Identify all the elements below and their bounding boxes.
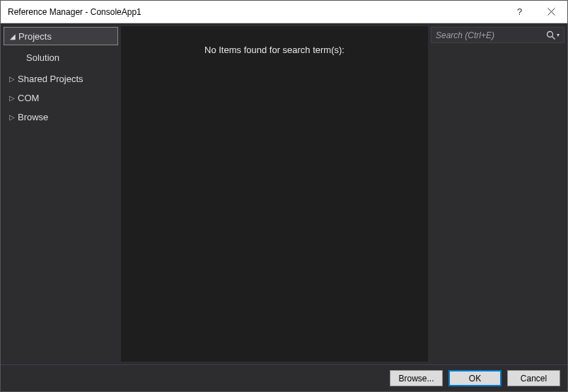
svg-line-1 bbox=[548, 8, 555, 16]
button-label: Browse... bbox=[398, 374, 434, 384]
footer: Browse... OK Cancel bbox=[1, 364, 567, 391]
right-panel: ▾ bbox=[428, 23, 567, 364]
sidebar-item-label: COM bbox=[18, 93, 39, 103]
browse-button[interactable]: Browse... bbox=[390, 370, 443, 386]
close-button[interactable] bbox=[535, 1, 567, 23]
body-area: ◢ Projects Solution ▷ Shared Projects ▷ … bbox=[1, 23, 567, 364]
sidebar-item-shared-projects[interactable]: ▷ Shared Projects bbox=[4, 69, 118, 88]
button-label: OK bbox=[469, 374, 481, 384]
svg-point-2 bbox=[547, 31, 553, 37]
sidebar-subitem-solution[interactable]: Solution bbox=[4, 48, 118, 67]
window-title: Reference Manager - ConsoleApp1 bbox=[8, 7, 504, 17]
svg-line-3 bbox=[552, 36, 555, 39]
search-icon[interactable]: ▾ bbox=[546, 30, 560, 40]
chevron-right-icon: ▷ bbox=[9, 94, 18, 102]
help-button[interactable]: ? bbox=[504, 1, 535, 23]
empty-results-message: No Items found for search term(s): bbox=[204, 45, 344, 362]
button-label: Cancel bbox=[521, 374, 547, 384]
ok-button[interactable]: OK bbox=[448, 370, 502, 386]
chevron-right-icon: ▷ bbox=[9, 113, 18, 121]
search-box[interactable]: ▾ bbox=[431, 27, 564, 43]
svg-line-0 bbox=[548, 8, 555, 16]
sidebar-item-com[interactable]: ▷ COM bbox=[4, 88, 118, 107]
titlebar: Reference Manager - ConsoleApp1 ? bbox=[1, 1, 567, 23]
chevron-right-icon: ▷ bbox=[9, 75, 18, 83]
sidebar: ◢ Projects Solution ▷ Shared Projects ▷ … bbox=[1, 23, 121, 364]
cancel-button[interactable]: Cancel bbox=[507, 370, 560, 386]
sidebar-subitem-label: Solution bbox=[26, 52, 59, 63]
sidebar-item-label: Projects bbox=[18, 31, 52, 42]
help-icon: ? bbox=[517, 6, 522, 17]
results-panel: No Items found for search term(s): bbox=[121, 26, 428, 362]
titlebar-controls: ? bbox=[504, 1, 567, 23]
close-icon bbox=[547, 8, 555, 16]
sidebar-item-label: Shared Projects bbox=[18, 74, 83, 84]
sidebar-item-label: Browse bbox=[18, 112, 48, 122]
chevron-down-icon: ◢ bbox=[10, 33, 18, 40]
search-input[interactable] bbox=[436, 30, 546, 40]
sidebar-item-browse[interactable]: ▷ Browse bbox=[4, 108, 118, 126]
sidebar-item-projects[interactable]: ◢ Projects bbox=[4, 27, 118, 45]
